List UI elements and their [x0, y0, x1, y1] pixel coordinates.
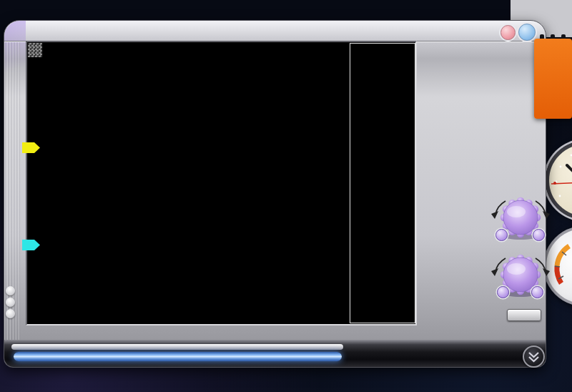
sec-div-knob[interactable] [481, 253, 560, 298]
volts-div-knob[interactable] [481, 195, 560, 241]
dither-block [28, 43, 42, 57]
oscilloscope-window [4, 20, 546, 368]
scope-display [26, 41, 417, 325]
double-chevron-icon [524, 347, 543, 366]
soft-menu-panel [350, 43, 415, 323]
volts-increase-button[interactable] [533, 229, 545, 241]
minimize-button[interactable] [500, 25, 516, 40]
close-button[interactable] [518, 24, 536, 41]
bottom-bar [4, 340, 546, 367]
speaker-dot [6, 309, 15, 318]
volts-decrease-button[interactable] [495, 229, 508, 241]
desktop-background [0, 0, 572, 392]
chevron-down-button[interactable] [523, 346, 545, 368]
bottom-groove [11, 344, 343, 350]
date-page [534, 39, 572, 119]
title-bar [4, 21, 546, 41]
hardcopy-button[interactable] [507, 309, 541, 321]
speaker-dot [6, 298, 15, 307]
blue-status-bar [14, 352, 342, 361]
desktop-date-widget [534, 34, 572, 120]
speaker-dot [6, 286, 15, 295]
sec-increase-button[interactable] [531, 286, 543, 298]
leaf-engraving [349, 343, 517, 364]
sec-decrease-button[interactable] [497, 286, 509, 298]
frame-ridges [4, 42, 20, 341]
